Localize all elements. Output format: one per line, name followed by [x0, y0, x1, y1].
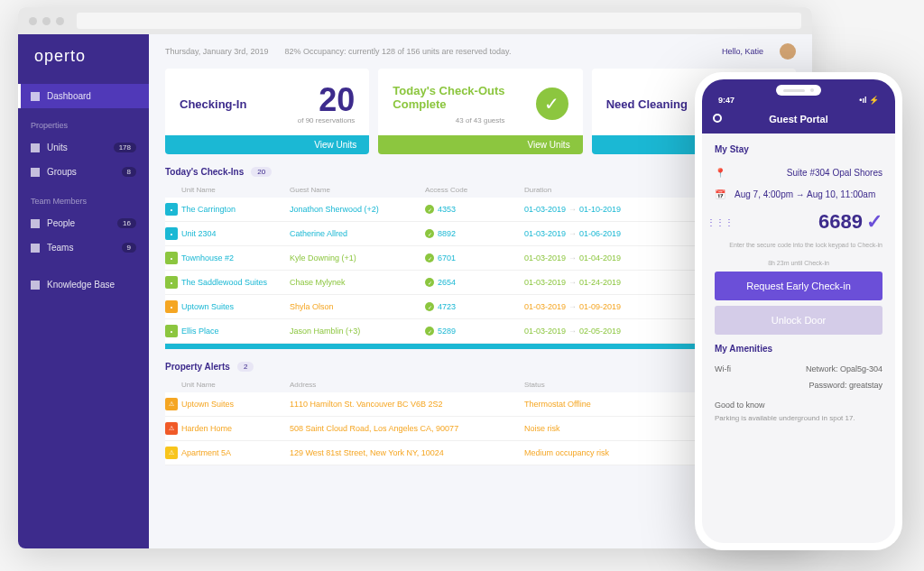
- unlock-door-button[interactable]: Unlock Door: [715, 306, 882, 335]
- countdown: 8h 23m until Check-in: [715, 260, 882, 266]
- phone-notch: [776, 85, 821, 96]
- browser-window: operto Dashboard Properties Units 178 Gr…: [18, 7, 812, 548]
- sidebar: operto Dashboard Properties Units 178 Gr…: [18, 34, 149, 548]
- unit-link[interactable]: Harden Home: [181, 424, 232, 433]
- code-row: ⋮⋮⋮ 6689✓: [715, 205, 882, 239]
- sidebar-units[interactable]: Units 178: [18, 135, 149, 160]
- card-checkin: Checking-In 20 of 90 reservations View U…: [165, 69, 369, 154]
- count-badge: 16: [117, 218, 136, 228]
- stay-dates: Aug 7, 4:00pm → Aug 10, 11:00am: [735, 189, 875, 199]
- signal-icon: •ıl ⚡: [859, 96, 879, 105]
- section-title: Today's Check-Ins: [165, 167, 244, 177]
- col-code: Access Code: [425, 186, 524, 194]
- access-code: ✓4353: [425, 205, 524, 214]
- request-early-checkin-button[interactable]: Request Early Check-in: [715, 272, 882, 300]
- check-icon: ✓: [425, 229, 434, 238]
- people-icon: [31, 219, 40, 228]
- check-icon: ✓: [425, 253, 434, 262]
- address-link[interactable]: 1110 Hamilton St. Vancouver BC V6B 2S2: [290, 400, 442, 409]
- browser-chrome: [18, 7, 812, 34]
- unit-link[interactable]: The Carrington: [181, 205, 236, 214]
- guest-name: Shyla Olson: [290, 302, 425, 311]
- guest-name: Jason Hamblin (+3): [290, 327, 425, 336]
- building-icon: [31, 168, 40, 177]
- alert-badge-icon: ⚠: [165, 447, 178, 459]
- check-icon: ✓: [425, 278, 434, 287]
- sidebar-kb[interactable]: Knowledge Base: [18, 272, 149, 297]
- section-title: Property Alerts: [165, 362, 230, 372]
- sidebar-label: People: [47, 218, 75, 228]
- view-units-button[interactable]: View Units: [378, 135, 582, 154]
- guest-name: Chase Mylynek: [290, 278, 425, 287]
- access-code: ✓2654: [425, 278, 524, 287]
- sidebar-label: Units: [47, 143, 68, 152]
- card-sub: 43 of 43 guests: [393, 116, 504, 124]
- access-code: 6689✓: [818, 210, 882, 234]
- view-units-button[interactable]: View Units: [165, 135, 369, 154]
- unit-link[interactable]: Ellis Place: [181, 327, 219, 336]
- check-circle-icon: ✓: [536, 87, 568, 120]
- suite-name: Suite #304 Opal Shores: [787, 168, 882, 178]
- phone-header: Guest Portal: [702, 106, 895, 134]
- bed-icon: [31, 143, 40, 152]
- avatar[interactable]: [780, 43, 796, 60]
- window-max-icon[interactable]: [56, 17, 64, 25]
- check-icon: ✓: [425, 327, 434, 336]
- book-icon: [31, 281, 40, 290]
- access-code: ✓8892: [425, 229, 524, 238]
- status-badge-icon: •: [165, 227, 178, 240]
- sidebar-section-team: Team Members: [18, 184, 149, 211]
- unit-link[interactable]: The Saddlewood Suites: [181, 278, 267, 287]
- alert-status: Thermostat Offline: [524, 400, 591, 409]
- sidebar-teams[interactable]: Teams 9: [18, 235, 149, 260]
- sidebar-label: Knowledge Base: [47, 280, 115, 290]
- sidebar-groups[interactable]: Groups 8: [18, 160, 149, 184]
- unit-link[interactable]: Uptown Suites: [181, 302, 234, 311]
- status-badge-icon: •: [165, 300, 178, 313]
- unit-link[interactable]: Unit 2304: [181, 229, 217, 238]
- phone-time: 9:47: [718, 96, 735, 105]
- unit-link[interactable]: Apartment 5A: [181, 448, 231, 457]
- card-sub: of 90 reservations: [298, 116, 356, 124]
- status-badge-icon: •: [165, 252, 178, 264]
- col-addr: Address: [290, 381, 524, 389]
- my-stay-title: My Stay: [715, 144, 882, 154]
- count-badge: 9: [122, 243, 136, 253]
- check-icon: ✓: [425, 302, 434, 311]
- alert-status: Medium occupancy risk: [524, 448, 609, 457]
- col-unit: Unit Name: [181, 381, 290, 389]
- sidebar-label: Groups: [47, 167, 77, 177]
- greeting[interactable]: Hello, Katie: [722, 47, 763, 56]
- back-icon[interactable]: [713, 114, 722, 123]
- window-min-icon[interactable]: [42, 17, 51, 25]
- guest-name: Jonathon Sherwood (+2): [290, 205, 425, 214]
- check-icon: ✓: [425, 205, 434, 214]
- sidebar-section-properties: Properties: [18, 108, 149, 135]
- wifi-network: Network: Opal5g-304: [806, 364, 882, 373]
- window-close-icon[interactable]: [29, 17, 37, 25]
- sidebar-dashboard[interactable]: Dashboard: [18, 84, 149, 108]
- wifi-pw-row: Password: greatstay: [715, 377, 882, 393]
- address-link[interactable]: 508 Saint Cloud Road, Los Angeles CA, 90…: [290, 424, 458, 433]
- alert-status: Noise risk: [524, 424, 560, 433]
- unit-link[interactable]: Townhouse #2: [181, 253, 234, 262]
- good-to-know-body: Parking is available underground in spot…: [715, 413, 882, 423]
- sidebar-label: Dashboard: [47, 91, 91, 101]
- unit-link[interactable]: Uptown Suites: [181, 400, 234, 409]
- address-link[interactable]: 129 West 81st Street, New York NY, 10024: [290, 448, 444, 457]
- count-badge: 8: [122, 167, 136, 177]
- access-code: ✓6701: [425, 253, 524, 262]
- teams-icon: [31, 244, 40, 253]
- alert-badge-icon: ⚠: [165, 422, 178, 435]
- topbar-date: Thursday, January 3rd, 2019: [165, 47, 268, 56]
- sidebar-people[interactable]: People 16: [18, 211, 149, 235]
- url-bar[interactable]: [77, 13, 801, 29]
- wifi-label: Wi-fi: [715, 364, 731, 373]
- good-to-know-title: Good to know: [715, 401, 882, 410]
- status-badge-icon: •: [165, 325, 178, 337]
- count-badge: 178: [114, 143, 136, 152]
- card-title-2: Complete: [393, 97, 504, 111]
- amenities-title: My Amenities: [715, 344, 882, 354]
- card-title: Need Cleaning: [606, 97, 688, 111]
- suite-row: 📍 Suite #304 Opal Shores: [715, 161, 882, 183]
